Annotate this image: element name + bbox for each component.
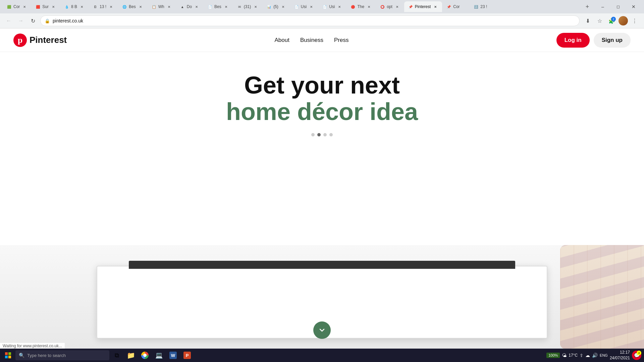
browser-tab-t6[interactable]: 📋 Wh ✕ xyxy=(148,1,176,12)
nav-about[interactable]: About xyxy=(275,37,289,44)
new-tab-button[interactable]: + xyxy=(583,2,592,11)
tab-label-t5: Bes xyxy=(129,4,136,9)
maximize-button[interactable]: ◻ xyxy=(610,1,626,12)
profile-picture[interactable] xyxy=(619,16,628,25)
tab-close-t10[interactable]: ✕ xyxy=(280,4,286,9)
tab-favicon-t6: 📋 xyxy=(152,4,156,9)
signup-button[interactable]: Sign up xyxy=(594,33,631,48)
tab-close-t6[interactable]: ✕ xyxy=(166,4,172,9)
expand-systray[interactable]: ⇧ xyxy=(580,353,583,358)
carousel-dot-1[interactable] xyxy=(311,133,315,136)
browser-tab-t4[interactable]: 🗓 13 ! ✕ xyxy=(89,1,118,12)
tab-close-t9[interactable]: ✕ xyxy=(253,4,258,9)
url-text[interactable]: pinterest.co.uk xyxy=(53,18,575,23)
tab-label-t17: 23 ! xyxy=(480,4,487,9)
login-button[interactable]: Log in xyxy=(556,33,590,48)
browser-tab-t3[interactable]: 💧 8 B ✕ xyxy=(60,1,89,12)
task-view-button[interactable]: ⧉ xyxy=(110,349,123,362)
system-time: 12:17 xyxy=(610,350,630,355)
system-clock[interactable]: 12:17 24/07/2021 xyxy=(610,350,630,361)
scroll-down-button[interactable] xyxy=(313,321,331,339)
tab-close-t11[interactable]: ✕ xyxy=(309,4,314,9)
gallery-image-4[interactable] xyxy=(560,245,644,349)
tab-label-t9: (31) xyxy=(244,4,251,9)
tab-favicon-t10: 📊 xyxy=(267,4,271,9)
chrome-menu-button[interactable]: ⋮ xyxy=(629,15,640,26)
tab-close-t4[interactable]: ✕ xyxy=(108,4,114,9)
browser-tab-t11[interactable]: 📄 Usi ✕ xyxy=(290,1,318,12)
taskbar-word[interactable]: W xyxy=(166,349,180,362)
browser-tab-t16[interactable]: 📌 Cor xyxy=(442,1,469,12)
tab-label-t1: Cor xyxy=(13,4,20,9)
taskbar-file-explorer[interactable]: 📁 xyxy=(124,349,138,362)
tab-label-t14: opt xyxy=(387,4,392,9)
browser-tab-t12[interactable]: 📄 Usi ✕ xyxy=(318,1,346,12)
tab-close-t1[interactable]: ✕ xyxy=(22,4,27,9)
minimize-button[interactable]: – xyxy=(595,1,610,12)
tab-close-t5[interactable]: ✕ xyxy=(138,4,143,9)
address-bar[interactable]: 🔒 pinterest.co.uk xyxy=(40,15,580,26)
tab-favicon-t13: 🔴 xyxy=(351,4,355,9)
browser-tab-t8[interactable]: 📄 Bes ✕ xyxy=(204,1,233,12)
tab-label-t4: 13 ! xyxy=(100,4,106,9)
tab-favicon-t4: 🗓 xyxy=(93,4,98,9)
browser-chrome: 🟩 Cor ✕ 🟥 Sur ✕ 💧 8 B ✕ 🗓 13 ! ✕ 🌐 Bes ✕… xyxy=(0,0,644,28)
temperature: 17°C xyxy=(569,353,578,358)
back-button[interactable]: ← xyxy=(4,16,13,25)
tab-label-t15: Pinterest xyxy=(415,4,431,9)
bookmark-button[interactable]: ☆ xyxy=(594,15,605,26)
taskbar-chrome[interactable] xyxy=(138,349,152,362)
tab-close-t14[interactable]: ✕ xyxy=(394,4,400,9)
tab-close-t3[interactable]: ✕ xyxy=(79,4,85,9)
browser-tab-t1[interactable]: 🟩 Cor ✕ xyxy=(3,1,31,12)
tab-close-t12[interactable]: ✕ xyxy=(337,4,342,9)
tab-close-t7[interactable]: ✕ xyxy=(194,4,199,9)
tab-label-t13: The xyxy=(357,4,364,9)
browser-tab-t9[interactable]: ✉ (31) ✕ xyxy=(233,1,262,12)
notification-button[interactable]: 💬 4 xyxy=(632,351,641,360)
browser-tab-t17[interactable]: 🔢 23 ! xyxy=(470,1,496,12)
pinterest-p-icon: p xyxy=(13,34,27,47)
weather-icon: 🌤 xyxy=(562,353,567,358)
speaker-icon: 🔊 xyxy=(592,353,598,358)
taskbar-search[interactable]: 🔍 Type here to search xyxy=(15,350,109,360)
refresh-button[interactable]: ↻ xyxy=(28,16,38,25)
browser-tab-t15[interactable]: 📌 Pinterest ✕ xyxy=(404,1,442,12)
nav-business[interactable]: Business xyxy=(300,37,323,44)
pinterest-logo[interactable]: p Pinterest xyxy=(13,34,67,47)
taskbar-powerpoint[interactable]: P xyxy=(180,349,194,362)
browser-tab-t7[interactable]: ▲ Do ✕ xyxy=(176,1,203,12)
carousel-dot-4[interactable] xyxy=(329,133,333,136)
tab-favicon-t2: 🟥 xyxy=(36,4,40,9)
tab-favicon-t5: 🌐 xyxy=(122,4,127,9)
download-button[interactable]: ⬇ xyxy=(582,15,593,26)
hero-title-line2: home décor idea xyxy=(7,99,637,125)
nav-press[interactable]: Press xyxy=(334,37,348,44)
start-button[interactable] xyxy=(1,349,15,362)
windows-taskbar: 🔍 Type here to search ⧉ 📁 💻 W P 100% 🌤 1… xyxy=(0,349,644,362)
notification-badge: 4 xyxy=(637,351,641,355)
tab-close-t2[interactable]: ✕ xyxy=(51,4,56,9)
tab-favicon-t14: ⭕ xyxy=(380,4,385,9)
browser-tab-t14[interactable]: ⭕ opt ✕ xyxy=(376,1,404,12)
browser-tab-t10[interactable]: 📊 (5) ✕ xyxy=(263,1,290,12)
carousel-dot-2[interactable] xyxy=(317,133,321,136)
security-lock-icon: 🔒 xyxy=(45,18,50,23)
svg-rect-1 xyxy=(8,352,11,355)
browser-tab-t5[interactable]: 🌐 Bes ✕ xyxy=(118,1,147,12)
pinterest-auth: Log in Sign up xyxy=(556,33,631,48)
gallery-right xyxy=(468,245,644,349)
tab-close-t13[interactable]: ✕ xyxy=(366,4,372,9)
carousel-dot-3[interactable] xyxy=(323,133,327,136)
extensions-button[interactable]: 🧩 2 xyxy=(606,15,617,26)
tab-close-t8[interactable]: ✕ xyxy=(223,4,229,9)
tab-close-t15[interactable]: ✕ xyxy=(433,4,438,9)
close-button[interactable]: ✕ xyxy=(626,1,641,12)
tab-favicon-t16: 📌 xyxy=(446,4,451,9)
gallery-image-3[interactable] xyxy=(468,284,551,349)
tab-favicon-t17: 🔢 xyxy=(474,4,478,9)
forward-button[interactable]: → xyxy=(16,16,25,25)
browser-tab-t13[interactable]: 🔴 The ✕ xyxy=(346,1,376,12)
taskbar-pc-manager[interactable]: 💻 xyxy=(152,349,166,362)
browser-tab-t2[interactable]: 🟥 Sur ✕ xyxy=(32,1,60,12)
